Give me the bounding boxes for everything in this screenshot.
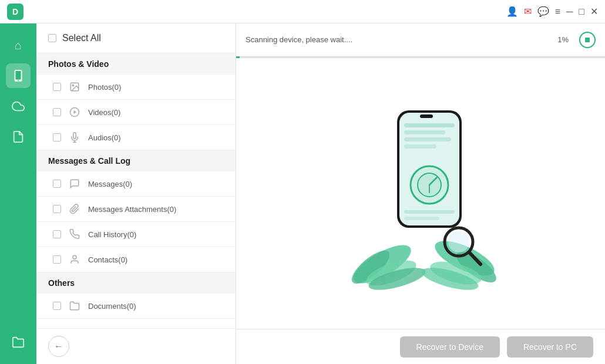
list-item-messages[interactable]: Messages(0) bbox=[36, 171, 236, 197]
messages-checkbox[interactable] bbox=[53, 180, 61, 188]
sidebar-item-folder[interactable] bbox=[6, 330, 31, 355]
documents-label: Documents(0) bbox=[88, 302, 136, 311]
titlebar-right: 👤 ✉ 💬 ≡ ─ □ ✕ bbox=[506, 6, 598, 17]
svg-point-9 bbox=[73, 255, 76, 259]
sidebar-item-files[interactable] bbox=[6, 124, 31, 149]
phone-call-icon bbox=[68, 228, 81, 241]
select-all-label[interactable]: Select All bbox=[62, 33, 101, 43]
maximize-button[interactable]: □ bbox=[579, 6, 584, 17]
sidebar-item-cloud[interactable] bbox=[6, 94, 31, 119]
sidebar-item-home[interactable]: ⌂ bbox=[6, 33, 31, 58]
back-button[interactable]: ← bbox=[48, 336, 69, 357]
left-panel-footer: ← bbox=[36, 328, 236, 364]
audios-label: Audios(0) bbox=[88, 133, 121, 142]
menu-icon[interactable]: ≡ bbox=[555, 6, 560, 17]
list-item-documents[interactable]: Documents(0) bbox=[36, 294, 236, 319]
audio-icon bbox=[68, 131, 81, 144]
videos-label: Videos(0) bbox=[88, 108, 120, 117]
scan-stop-button[interactable] bbox=[579, 32, 596, 48]
app-logo: D bbox=[7, 4, 23, 20]
svg-marker-6 bbox=[74, 110, 77, 114]
list-item-messages-attachments[interactable]: Messages Attachments(0) bbox=[36, 197, 236, 222]
videos-checkbox[interactable] bbox=[53, 108, 61, 116]
video-icon bbox=[68, 106, 81, 119]
documents-checkbox[interactable] bbox=[53, 302, 61, 310]
svg-rect-10 bbox=[585, 38, 590, 42]
photos-checkbox[interactable] bbox=[53, 83, 61, 91]
category-header-messages: Messages & Call Log bbox=[36, 150, 236, 171]
svg-rect-23 bbox=[404, 130, 445, 134]
list-item-audios[interactable]: Audios(0) bbox=[36, 125, 236, 150]
photo-icon bbox=[68, 80, 81, 93]
svg-rect-31 bbox=[404, 217, 439, 220]
contacts-label: Contacts(0) bbox=[88, 255, 127, 264]
phone-illustration bbox=[338, 94, 503, 294]
select-all-row: Select All bbox=[36, 23, 236, 53]
sidebar-item-phone[interactable] bbox=[6, 63, 31, 88]
list-item-call-history[interactable]: Call History(0) bbox=[36, 222, 236, 247]
svg-point-4 bbox=[72, 85, 73, 86]
right-panel: Scanning device, please wait.... 1% bbox=[236, 23, 605, 364]
sidebar-nav: ⌂ bbox=[0, 23, 36, 364]
call-history-checkbox[interactable] bbox=[53, 230, 61, 238]
attachment-icon bbox=[68, 203, 81, 215]
mail-icon[interactable]: ✉ bbox=[524, 6, 532, 17]
titlebar-left: D bbox=[7, 4, 23, 20]
user-icon[interactable]: 👤 bbox=[506, 6, 518, 17]
messages-icon bbox=[68, 177, 81, 190]
svg-rect-22 bbox=[404, 123, 455, 127]
svg-rect-21 bbox=[420, 114, 433, 118]
category-header-photos-video: Photos & Video bbox=[36, 53, 236, 75]
chat-icon[interactable]: 💬 bbox=[537, 6, 549, 17]
main-layout: ⌂ Selec bbox=[0, 23, 605, 364]
audios-checkbox[interactable] bbox=[53, 133, 61, 141]
left-panel: Select All Photos & Video Photos(0) bbox=[36, 23, 236, 364]
messages-attachments-checkbox[interactable] bbox=[53, 205, 61, 213]
svg-rect-24 bbox=[404, 137, 451, 141]
list-item-videos[interactable]: Videos(0) bbox=[36, 100, 236, 125]
call-history-label: Call History(0) bbox=[88, 230, 136, 239]
svg-rect-30 bbox=[404, 210, 455, 214]
scan-text: Scanning device, please wait.... bbox=[246, 35, 552, 44]
svg-rect-25 bbox=[404, 144, 436, 149]
scan-percent: 1% bbox=[557, 35, 569, 44]
contacts-icon bbox=[68, 253, 81, 266]
documents-icon bbox=[68, 299, 81, 312]
titlebar: D 👤 ✉ 💬 ≡ ─ □ ✕ bbox=[0, 0, 605, 23]
category-header-others: Others bbox=[36, 272, 236, 294]
recover-to-pc-button[interactable]: Recover to PC bbox=[507, 336, 593, 358]
minimize-button[interactable]: ─ bbox=[566, 6, 573, 17]
contacts-checkbox[interactable] bbox=[53, 255, 61, 264]
select-all-checkbox[interactable] bbox=[48, 34, 56, 42]
scan-bar: Scanning device, please wait.... 1% bbox=[236, 23, 605, 56]
content-area bbox=[236, 58, 605, 329]
messages-label: Messages(0) bbox=[88, 180, 132, 188]
svg-point-2 bbox=[18, 80, 19, 81]
close-button[interactable]: ✕ bbox=[590, 6, 598, 17]
svg-rect-1 bbox=[15, 71, 21, 80]
categories-list: Photos & Video Photos(0) bbox=[36, 53, 236, 328]
bottom-bar: Recover to Device Recover to PC bbox=[236, 329, 605, 364]
messages-attachments-label: Messages Attachments(0) bbox=[88, 205, 176, 214]
list-item-contacts[interactable]: Contacts(0) bbox=[36, 247, 236, 272]
recover-to-device-button[interactable]: Recover to Device bbox=[400, 336, 500, 358]
photos-label: Photos(0) bbox=[88, 83, 121, 92]
svg-point-33 bbox=[448, 231, 469, 252]
list-item-photos[interactable]: Photos(0) bbox=[36, 75, 236, 100]
